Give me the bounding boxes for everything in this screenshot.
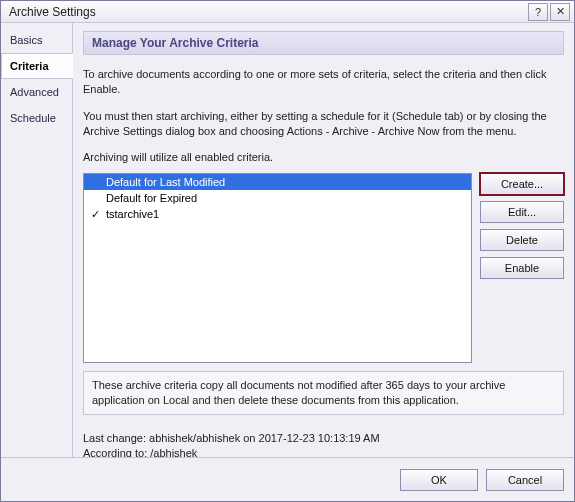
- list-item[interactable]: ✓ tstarchive1: [84, 206, 471, 222]
- list-item[interactable]: Default for Expired: [84, 190, 471, 206]
- tab-strip: Basics Criteria Advanced Schedule: [1, 23, 73, 457]
- tab-label: Advanced: [10, 86, 59, 98]
- close-icon: ✕: [556, 5, 565, 18]
- button-label: Cancel: [508, 474, 542, 486]
- list-item[interactable]: Default for Last Modified: [84, 174, 471, 190]
- according-to-text: According to: /abhishek: [83, 447, 564, 457]
- button-label: Create...: [501, 178, 543, 190]
- list-item-label: Default for Expired: [102, 192, 469, 204]
- tab-criteria[interactable]: Criteria: [1, 53, 73, 79]
- meta-block: Last change: abhishek/abhishek on 2017-1…: [83, 429, 564, 457]
- list-item-label: Default for Last Modified: [102, 176, 469, 188]
- last-change-text: Last change: abhishek/abhishek on 2017-1…: [83, 432, 564, 444]
- button-label: Delete: [506, 234, 538, 246]
- tab-schedule[interactable]: Schedule: [1, 105, 72, 131]
- button-label: Enable: [505, 262, 539, 274]
- criteria-buttons: Create... Edit... Delete Enable: [480, 173, 564, 363]
- ok-button[interactable]: OK: [400, 469, 478, 491]
- intro-text-2: You must then start archiving, either by…: [83, 109, 564, 139]
- check-icon: ✓: [88, 208, 102, 221]
- help-button[interactable]: ?: [528, 3, 548, 21]
- criteria-listbox[interactable]: Default for Last Modified Default for Ex…: [83, 173, 472, 363]
- close-button[interactable]: ✕: [550, 3, 570, 21]
- archive-settings-dialog: Archive Settings ? ✕ Basics Criteria Adv…: [0, 0, 575, 502]
- criteria-panel: Manage Your Archive Criteria To archive …: [73, 23, 574, 457]
- window-title: Archive Settings: [9, 5, 96, 19]
- delete-button[interactable]: Delete: [480, 229, 564, 251]
- button-label: Edit...: [508, 206, 536, 218]
- enable-button[interactable]: Enable: [480, 257, 564, 279]
- tab-label: Basics: [10, 34, 42, 46]
- create-button[interactable]: Create...: [480, 173, 564, 195]
- panel-heading: Manage Your Archive Criteria: [83, 31, 564, 55]
- criteria-row: Default for Last Modified Default for Ex…: [83, 173, 564, 363]
- list-item-label: tstarchive1: [102, 208, 469, 220]
- help-icon: ?: [535, 6, 541, 18]
- tab-basics[interactable]: Basics: [1, 27, 72, 53]
- intro-text-1: To archive documents according to one or…: [83, 67, 564, 97]
- edit-button[interactable]: Edit...: [480, 201, 564, 223]
- dialog-body: Basics Criteria Advanced Schedule Manage…: [1, 23, 574, 457]
- button-label: OK: [431, 474, 447, 486]
- cancel-button[interactable]: Cancel: [486, 469, 564, 491]
- intro-text-3: Archiving will utilize all enabled crite…: [83, 150, 564, 165]
- tab-label: Criteria: [10, 60, 49, 72]
- titlebar: Archive Settings ? ✕: [1, 1, 574, 23]
- tab-advanced[interactable]: Advanced: [1, 79, 72, 105]
- dialog-footer: OK Cancel: [1, 457, 574, 501]
- tab-label: Schedule: [10, 112, 56, 124]
- criteria-description: These archive criteria copy all document…: [83, 371, 564, 415]
